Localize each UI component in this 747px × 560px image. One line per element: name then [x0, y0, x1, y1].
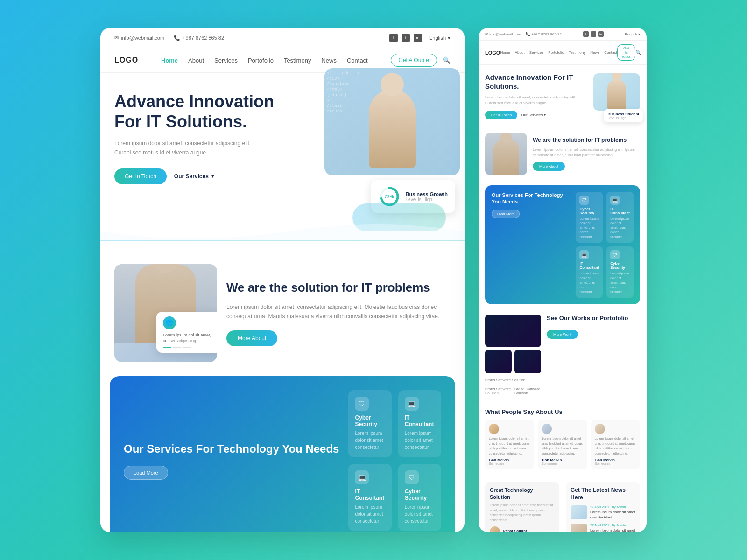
r-laptop-icon-2: 💻	[579, 250, 589, 259]
r-port-img-glow-1	[485, 315, 541, 347]
r-testimonials-row: Lorem ipsum dolor sit amet cras tincidun…	[485, 420, 640, 469]
nav-item-about[interactable]: About	[188, 57, 204, 64]
r-nav-testimony[interactable]: Testimony	[569, 50, 585, 55]
r-testi-name-1: Gon Melvin	[489, 458, 530, 462]
r-svc-desc-3: Lorem ipsum dolor at amet, cras donec ti…	[579, 271, 599, 294]
r-testimonials-title: What People Say About Us	[485, 408, 640, 415]
r-shield-icon-1: 🛡	[579, 196, 589, 205]
r-laptop-icon-1: 💻	[610, 196, 620, 205]
solution-text: We are the solution for IT problems Lore…	[226, 280, 451, 347]
laptop-icon-2: 💻	[355, 470, 369, 484]
r-solution-image	[485, 133, 527, 175]
r-top-bar: ✉ info@webmail.com 📞 +987 8762 865 82 f …	[479, 28, 647, 41]
get-in-touch-button[interactable]: Get In Touch	[114, 168, 167, 184]
left-card: ✉ info@webmail.com 📞 +987 8762 865 82 f …	[100, 28, 465, 532]
dot-3	[183, 347, 191, 348]
r-nav-news[interactable]: News	[590, 50, 599, 55]
nav-item-contact[interactable]: Contact	[347, 57, 368, 64]
contact-info: ✉ info@webmail.com 📞 +987 8762 865 82	[114, 35, 224, 41]
nav-item-testimony[interactable]: Testimony	[284, 57, 311, 64]
laptop-icon-1: 💻	[405, 397, 419, 411]
r-search-icon[interactable]: 🔍	[635, 50, 641, 55]
language-text: English	[429, 35, 446, 41]
r-tech-title: Great Technology Solution	[490, 487, 555, 500]
r-testi-card-2: Lorem ipsum dolor sit amet cras tincidun…	[538, 420, 587, 469]
instagram-icon[interactable]: in	[414, 34, 422, 42]
service-name-4: Cyber Security	[405, 488, 435, 501]
r-nav-portfolio[interactable]: Portofolio	[548, 50, 564, 55]
r-get-in-touch-button[interactable]: Get In Touch	[485, 111, 517, 119]
dot-2	[173, 347, 181, 348]
r-more-about-button[interactable]: More About	[533, 162, 565, 171]
r-services-title: Our Services For Technology You Needs	[492, 192, 571, 205]
r-news-date-1: 27 April 2021 · By Admin	[590, 505, 635, 509]
more-about-button[interactable]: More About	[226, 330, 277, 346]
r-hero-text: Advance Innovation For IT Solutions. Lor…	[485, 73, 588, 119]
twitter-icon[interactable]: t	[402, 34, 410, 42]
r-testi-avatar-2	[542, 424, 552, 434]
phone-text: +987 8762 865 82	[183, 35, 224, 41]
language-selector[interactable]: English ▾	[429, 35, 451, 41]
wave-svg	[100, 222, 465, 241]
r-news-headline-1: Lorem ipsum dolor sit amet cras tincidun…	[590, 510, 635, 520]
get-quote-button[interactable]: Get A Quote	[391, 54, 437, 67]
r-language[interactable]: English ▾	[625, 32, 640, 36]
r-testi-name-3: Gon Melvin	[595, 458, 636, 462]
r-load-more-button[interactable]: Load More	[492, 210, 520, 218]
facebook-icon[interactable]: f	[389, 34, 398, 42]
r-svc-name-4: Cyber Security	[610, 261, 630, 270]
r-svc-desc-4: Lorem ipsum dolor at amet, cras donec ti…	[610, 271, 630, 294]
r-twitter-icon[interactable]: t	[591, 31, 596, 37]
r-testi-text-1: Lorem ipsum dolor sit amet cras tincidun…	[489, 436, 530, 456]
r-arrow-icon: ▾	[544, 113, 546, 117]
r-testi-text-3: Lorem ipsum dolor sit amet cras tincidun…	[595, 436, 636, 456]
r-svc-desc-1: Lorem ipsum dolor at amet, cras donec ti…	[579, 217, 599, 239]
r-news-img-1	[571, 505, 587, 519]
r-testi-role-1: Someones	[489, 462, 530, 465]
r-portfolio-img-sm-2	[514, 350, 541, 373]
nav-item-home[interactable]: Home	[161, 57, 178, 64]
nav-item-services[interactable]: Services	[214, 57, 238, 64]
r-more-work-button[interactable]: More Work	[547, 330, 578, 339]
r-service-card-2: 💻 IT Consultant Lorem ipsum dolor at ame…	[606, 192, 634, 243]
r-news-item-2: 27 April 2021 · By Admin Lorem ipsum dol…	[571, 524, 635, 532]
load-more-button[interactable]: Load More	[124, 466, 168, 480]
nav-item-portfolio[interactable]: Portofolio	[248, 57, 274, 64]
r-logo: LOGO	[485, 50, 500, 56]
r-hero-desc: Lorem ipsum dolor sit amet, consectetur …	[485, 95, 588, 106]
email-text: info@webmail.com	[121, 35, 164, 41]
r-instagram-icon[interactable]: in	[598, 31, 604, 37]
business-sublabel: Level is High	[406, 197, 448, 202]
r-portfolio: Brand Software Solution Brand Software S…	[479, 308, 647, 402]
service-name-1: Cyber Security	[355, 414, 385, 427]
r-sol-title: We are the solution for IT problems	[533, 137, 640, 144]
r-portfolio-images: Brand Software Solution Brand Software S…	[485, 315, 541, 395]
r-nav-contact[interactable]: Contact	[604, 50, 617, 55]
r-port-glow-2	[485, 350, 512, 373]
email-icon: ✉	[114, 35, 119, 41]
r-svc-name-3: IT Consultant	[579, 261, 599, 270]
r-portfolio-img-row	[485, 350, 541, 373]
solution-image: 🌐 Lorem ipsum dol sit amet, consec adipi…	[114, 264, 217, 362]
chevron-down-icon: ▾	[448, 35, 451, 41]
r-testi-text-2: Lorem ipsum dolor sit amet cras tincidun…	[542, 436, 583, 456]
r-portfolio-img-sm-1	[485, 350, 512, 373]
r-portfolio-text: See Our Works or Portofolio More Work	[547, 315, 640, 339]
r-portfolio-title: See Our Works or Portofolio	[547, 315, 640, 322]
r-get-quote-button[interactable]: Get In Touch	[617, 44, 635, 61]
nav-right: Get A Quote 🔍	[391, 54, 451, 67]
r-our-services-button[interactable]: Our Services ▾	[521, 113, 546, 117]
logo: LOGO	[114, 56, 138, 64]
our-services-button[interactable]: Our Services ▾	[174, 173, 214, 180]
top-bar-right: f t in English ▾	[389, 34, 451, 42]
r-nav-about[interactable]: About	[515, 50, 525, 55]
nav-item-news[interactable]: News	[321, 57, 337, 64]
r-nav-home[interactable]: Home	[500, 50, 510, 55]
r-port-label-1: Brand Software Solution	[485, 378, 541, 382]
r-nav-services[interactable]: Services	[529, 50, 544, 55]
r-testi-card-1: Lorem ipsum dolor sit amet cras tincidun…	[485, 420, 534, 469]
person-head	[153, 264, 179, 273]
r-news-headline-2: Lorem ipsum dolor sit amet cras tincidun…	[590, 528, 635, 532]
r-facebook-icon[interactable]: f	[583, 31, 589, 37]
search-icon[interactable]: 🔍	[443, 56, 451, 64]
